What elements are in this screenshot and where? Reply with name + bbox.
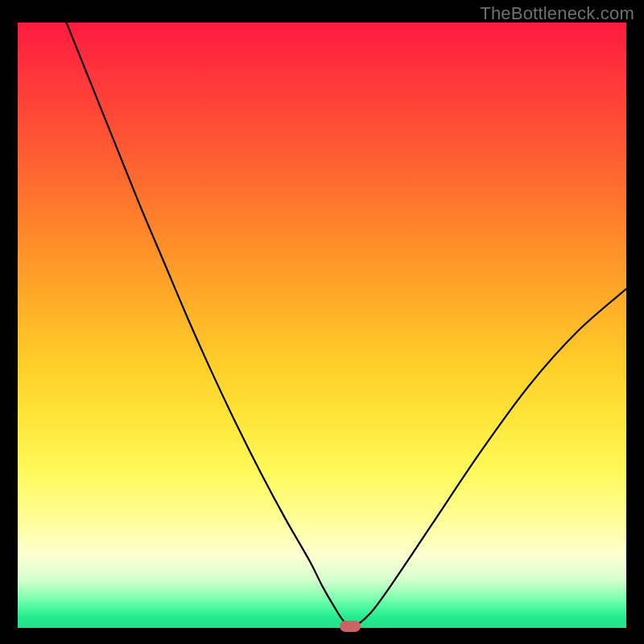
chart-frame: TheBottleneck.com xyxy=(0,0,644,644)
bottleneck-curve xyxy=(18,23,626,628)
watermark-text: TheBottleneck.com xyxy=(480,3,634,24)
optimal-marker xyxy=(340,621,361,632)
plot-area xyxy=(18,23,626,628)
